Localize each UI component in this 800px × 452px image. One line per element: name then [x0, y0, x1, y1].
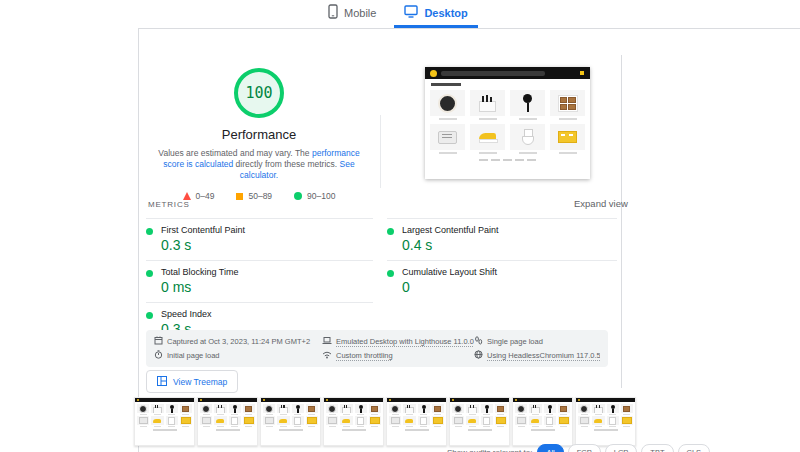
metric-cell: Cumulative Layout Shift0 — [387, 260, 617, 302]
product-caption — [559, 118, 577, 120]
filmstrip-frame — [197, 397, 258, 446]
mini-shower-head — [166, 404, 178, 415]
product-caption — [439, 152, 457, 154]
legend-square-icon — [236, 193, 243, 200]
site-search-bar — [441, 71, 545, 76]
product-tile-shelf — [550, 90, 585, 120]
tab-mobile[interactable]: Mobile — [318, 0, 386, 28]
mini-sneaker — [466, 416, 478, 427]
expand-view-button[interactable]: Expand view — [574, 198, 628, 209]
mini-knife-block — [466, 404, 478, 415]
metric-value: 0 ms — [161, 280, 239, 295]
capture-info-text: Initial page load — [167, 351, 220, 360]
metric-label: First Contentful Paint — [161, 225, 245, 235]
mini-site-header — [450, 398, 509, 402]
mini-toaster — [200, 416, 212, 427]
audit-chip-tbt[interactable]: TBT — [641, 444, 673, 452]
audit-chip-lcp[interactable]: LCP — [605, 444, 638, 452]
final-screenshot-thumbnail[interactable] — [425, 67, 590, 179]
mini-sneaker — [529, 416, 541, 427]
mini-toaster — [578, 416, 590, 427]
performance-category-title: Performance — [148, 127, 370, 142]
mini-shelf — [495, 404, 507, 415]
mini-site-header — [261, 398, 320, 402]
mini-camera — [326, 404, 338, 415]
mini-site-header — [387, 398, 446, 402]
metric-label: Speed Index — [161, 309, 212, 319]
mini-knife-block — [403, 404, 415, 415]
mini-camera — [200, 404, 212, 415]
report-left-border — [138, 28, 139, 452]
filmstrip-frame — [323, 397, 384, 446]
tab-mobile-label: Mobile — [344, 7, 376, 19]
mini-shower-head — [607, 404, 619, 415]
mini-shower-head — [418, 404, 430, 415]
mini-toilet — [229, 416, 241, 427]
mini-crate — [369, 416, 381, 427]
legend-range: 0–49 — [196, 191, 215, 201]
report-scrollbar-track[interactable] — [621, 55, 622, 388]
audit-chip-cls[interactable]: CLS — [678, 444, 711, 452]
tab-desktop[interactable]: Desktop — [394, 0, 477, 28]
mini-toilet — [607, 416, 619, 427]
performance-score-gauge[interactable]: 100 — [234, 68, 284, 118]
mini-toaster — [452, 416, 464, 427]
mini-camera — [137, 404, 149, 415]
mini-toilet — [166, 416, 178, 427]
mini-shower-head — [481, 404, 493, 415]
mini-sneaker — [340, 416, 352, 427]
performance-score-value: 100 — [245, 84, 272, 102]
metric-value: 0.3 s — [161, 238, 245, 253]
product-caption — [519, 152, 537, 154]
audit-filter-chips: AllFCPLCPTBTCLS — [537, 444, 710, 452]
mini-camera — [515, 404, 527, 415]
legend-item: 90–100 — [294, 191, 335, 201]
mini-shower-head — [355, 404, 367, 415]
filmstrip-frame — [575, 397, 636, 446]
mini-shelf — [243, 404, 255, 415]
audit-chip-fcp[interactable]: FCP — [568, 444, 601, 452]
site-logo-icon — [430, 70, 437, 77]
product-tile-toaster — [430, 124, 465, 154]
product-tile-crate — [550, 124, 585, 154]
capture-info-item[interactable]: Custom throttling — [322, 350, 474, 361]
view-treemap-button[interactable]: View Treemap — [146, 370, 238, 393]
metric-pass-dot — [146, 270, 153, 277]
metrics-column-right: Largest Contentful Paint0.4 sCumulative … — [387, 218, 617, 344]
footsteps-icon — [474, 336, 483, 347]
mini-crate — [243, 416, 255, 427]
filmstrip-frame — [260, 397, 321, 446]
crate-image — [550, 124, 585, 150]
capture-info-item[interactable]: Emulated Desktop with Lighthouse 11.0.0 — [322, 336, 474, 347]
filmstrip-frame — [512, 397, 573, 446]
mini-sneaker — [214, 416, 226, 427]
mini-toilet — [418, 416, 430, 427]
metrics-grid: First Contentful Paint0.3 sTotal Blockin… — [146, 218, 617, 344]
product-caption — [479, 118, 497, 120]
mini-toaster — [137, 416, 149, 427]
capture-info-item[interactable]: Using HeadlessChromium 117.0.5938.92 wit… — [474, 350, 600, 361]
capture-info-item: Initial page load — [154, 350, 322, 361]
mini-site-footer — [531, 429, 555, 431]
camera-image — [430, 90, 465, 116]
globe-icon — [474, 350, 483, 361]
mini-toaster — [515, 416, 527, 427]
mini-site-footer — [594, 429, 618, 431]
mini-knife-block — [592, 404, 604, 415]
legend-range: 50–89 — [248, 191, 272, 201]
mini-knife-block — [340, 404, 352, 415]
network-icon — [322, 350, 332, 361]
mini-site-header — [324, 398, 383, 402]
calendar-icon — [154, 336, 163, 347]
toilet-image — [510, 124, 545, 150]
product-caption — [479, 152, 497, 154]
mini-knife-block — [214, 404, 226, 415]
mini-site-header — [513, 398, 572, 402]
audit-chip-all[interactable]: All — [537, 444, 563, 452]
mini-crate — [558, 416, 570, 427]
metric-cell: First Contentful Paint0.3 s — [146, 218, 373, 260]
mini-crate — [306, 416, 318, 427]
product-tile-sneaker — [470, 124, 505, 154]
stopwatch-icon — [154, 350, 163, 361]
metrics-section-title: METRICS — [148, 200, 190, 209]
